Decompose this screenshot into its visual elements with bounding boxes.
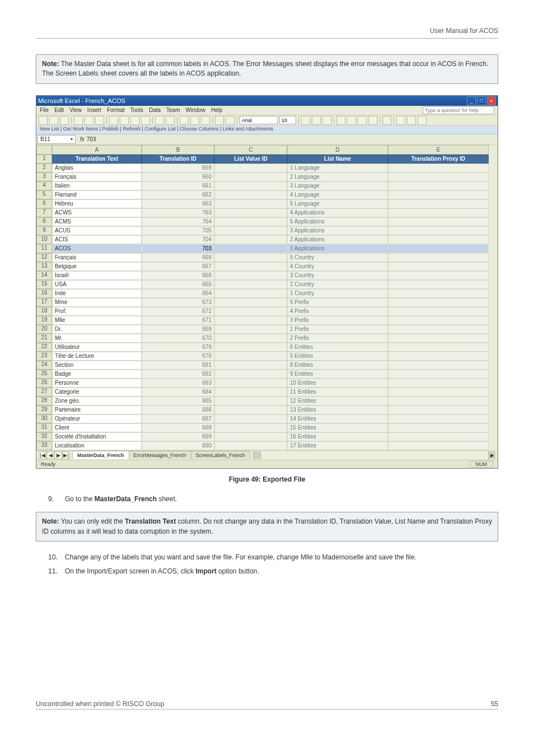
table-cell[interactable] xyxy=(214,164,287,172)
menu-team[interactable]: Team xyxy=(166,107,180,113)
fx-icon[interactable]: fx xyxy=(80,136,85,142)
row-header[interactable]: 25 xyxy=(36,370,52,379)
table-cell[interactable]: 703 xyxy=(142,244,214,253)
table-cell[interactable] xyxy=(388,244,489,253)
scroll-right-icon[interactable]: ▶ xyxy=(488,451,495,459)
table-cell[interactable]: 5 Entities xyxy=(287,352,388,361)
table-cell[interactable] xyxy=(388,253,489,262)
tab-nav-prev-icon[interactable]: ◀ xyxy=(46,451,54,459)
formula-value[interactable]: 703 xyxy=(87,136,96,142)
row-header[interactable]: 17 xyxy=(36,298,52,307)
table-cell[interactable]: 659 xyxy=(142,164,214,172)
table-cell[interactable]: 672 xyxy=(142,307,214,316)
table-cell[interactable]: Mr. xyxy=(52,334,142,343)
chevron-down-icon[interactable]: ▾ xyxy=(71,137,73,142)
table-cell[interactable]: 16 Entities xyxy=(287,432,388,441)
tab-nav-last-icon[interactable]: ▶| xyxy=(62,451,70,459)
table-cell[interactable] xyxy=(214,172,287,181)
table-cell[interactable] xyxy=(388,334,489,343)
row-header[interactable]: 27 xyxy=(36,388,52,396)
table-cell[interactable]: Personne xyxy=(52,379,142,388)
table-header-cell[interactable]: Translation Proxy ID xyxy=(388,155,489,164)
table-cell[interactable]: 690 xyxy=(142,441,214,450)
row-header[interactable]: 33 xyxy=(36,441,52,450)
table-cell[interactable]: ACWS xyxy=(52,208,142,217)
table-cell[interactable]: 5 Language xyxy=(287,199,388,208)
table-cell[interactable] xyxy=(214,235,287,244)
column-header[interactable]: A xyxy=(52,145,142,155)
table-cell[interactable]: 688 xyxy=(142,423,214,432)
table-cell[interactable]: 682 xyxy=(142,370,214,379)
table-cell[interactable]: 9 Entities xyxy=(287,370,388,379)
row-header[interactable]: 4 xyxy=(36,181,52,190)
column-header[interactable]: C xyxy=(214,145,287,155)
table-cell[interactable]: 660 xyxy=(142,172,214,181)
row-header[interactable]: 7 xyxy=(36,208,52,217)
table-cell[interactable]: 704 xyxy=(142,235,214,244)
table-cell[interactable]: 1 Prefix xyxy=(287,325,388,334)
redo-icon[interactable] xyxy=(166,116,175,125)
table-cell[interactable]: 3 Prefix xyxy=(287,316,388,325)
table-cell[interactable]: Dr. xyxy=(52,325,142,334)
table-cell[interactable]: 4 Prefix xyxy=(287,307,388,316)
font-name-input[interactable] xyxy=(240,116,278,124)
row-header[interactable]: 9 xyxy=(36,226,52,235)
table-cell[interactable]: 1 Country xyxy=(287,289,388,298)
row-header[interactable]: 11 xyxy=(36,244,52,253)
table-cell[interactable] xyxy=(214,262,287,271)
menu-view[interactable]: View xyxy=(69,107,82,113)
row-header[interactable]: 32 xyxy=(36,432,52,441)
table-cell[interactable] xyxy=(214,253,287,262)
table-cell[interactable] xyxy=(388,172,489,181)
table-cell[interactable] xyxy=(214,352,287,361)
table-cell[interactable]: 1 Applications xyxy=(287,244,388,253)
table-cell[interactable]: Hébreu xyxy=(52,199,142,208)
table-cell[interactable]: Français xyxy=(52,253,142,262)
table-cell[interactable] xyxy=(214,334,287,343)
table-header-cell[interactable]: Translation ID xyxy=(142,155,214,164)
menu-insert[interactable]: Insert xyxy=(87,107,101,113)
table-cell[interactable]: Prof. xyxy=(52,307,142,316)
menu-data[interactable]: Data xyxy=(149,107,161,113)
table-cell[interactable]: 663 xyxy=(142,199,214,208)
table-cell[interactable] xyxy=(214,226,287,235)
table-cell[interactable]: 673 xyxy=(142,298,214,307)
table-cell[interactable]: Client xyxy=(52,423,142,432)
table-cell[interactable]: Italien xyxy=(52,181,142,190)
minimize-icon[interactable]: _ xyxy=(467,96,476,105)
row-header[interactable]: 14 xyxy=(36,271,52,280)
table-cell[interactable] xyxy=(214,316,287,325)
copy-icon[interactable] xyxy=(120,116,129,125)
fill-color-icon[interactable] xyxy=(407,116,416,125)
table-cell[interactable]: 668 xyxy=(142,253,214,262)
sheet-tab-screenlabels[interactable]: ScreenLabels_French xyxy=(191,451,250,459)
table-cell[interactable]: 12 Entities xyxy=(287,396,388,405)
row-header[interactable]: 6 xyxy=(36,199,52,208)
chart-icon[interactable] xyxy=(215,116,224,125)
table-cell[interactable] xyxy=(388,208,489,217)
table-cell[interactable] xyxy=(388,432,489,441)
table-cell[interactable] xyxy=(214,423,287,432)
table-cell[interactable]: 3 Applications xyxy=(287,226,388,235)
font-color-icon[interactable] xyxy=(418,116,427,125)
table-cell[interactable] xyxy=(214,271,287,280)
table-cell[interactable]: 685 xyxy=(142,396,214,405)
table-cell[interactable]: 664 xyxy=(142,289,214,298)
table-cell[interactable]: 684 xyxy=(142,388,214,396)
format-painter-icon[interactable] xyxy=(141,116,150,125)
table-cell[interactable]: 669 xyxy=(142,325,214,334)
open-icon[interactable] xyxy=(49,116,58,125)
table-cell[interactable] xyxy=(214,307,287,316)
row-header[interactable]: 16 xyxy=(36,289,52,298)
table-cell[interactable] xyxy=(388,441,489,450)
table-cell[interactable]: Anglais xyxy=(52,164,142,172)
table-cell[interactable] xyxy=(388,199,489,208)
row-header[interactable]: 10 xyxy=(36,235,52,244)
table-cell[interactable]: Zone géo. xyxy=(52,396,142,405)
table-cell[interactable] xyxy=(388,298,489,307)
table-cell[interactable]: Inde xyxy=(52,289,142,298)
column-header[interactable] xyxy=(36,145,52,155)
tab-nav-first-icon[interactable]: |◀ xyxy=(39,451,46,459)
row-header[interactable]: 31 xyxy=(36,423,52,432)
table-cell[interactable] xyxy=(388,190,489,199)
